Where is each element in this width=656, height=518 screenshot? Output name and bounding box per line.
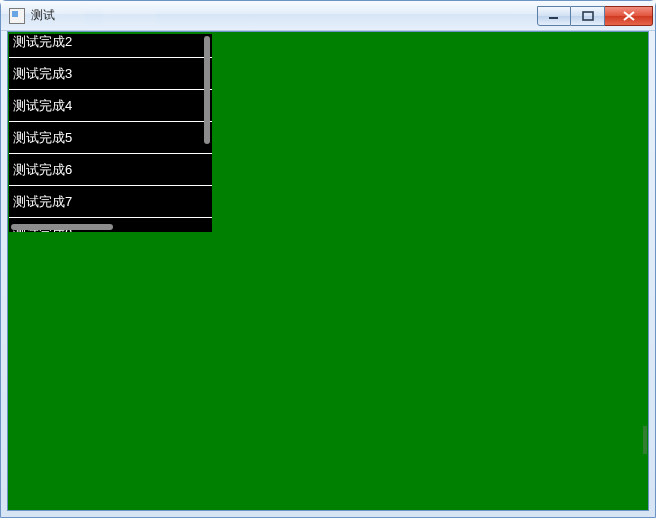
maximize-icon — [582, 11, 594, 21]
titlebar[interactable]: 测试 — [1, 1, 655, 31]
list-item[interactable]: 测试完成2 — [9, 34, 212, 58]
app-window: 测试 — [0, 0, 656, 518]
svg-rect-0 — [549, 17, 558, 19]
svg-rect-1 — [583, 12, 593, 20]
content-area: 测试完成2测试完成3测试完成4测试完成5测试完成6测试完成7测试完成8 — [7, 31, 649, 511]
close-button[interactable] — [605, 6, 653, 26]
minimize-button[interactable] — [537, 6, 571, 26]
maximize-button[interactable] — [571, 6, 605, 26]
minimize-icon — [548, 11, 560, 21]
window-title: 测试 — [31, 7, 55, 24]
list-item[interactable]: 测试完成4 — [9, 90, 212, 122]
app-icon — [9, 8, 25, 24]
resize-grip[interactable] — [643, 426, 647, 454]
background-blur — [55, 7, 523, 25]
list-item[interactable]: 测试完成7 — [9, 186, 212, 218]
list-item[interactable]: 测试完成5 — [9, 122, 212, 154]
listbox[interactable]: 测试完成2测试完成3测试完成4测试完成5测试完成6测试完成7测试完成8 — [9, 34, 212, 232]
close-icon — [622, 11, 636, 21]
vertical-scrollbar-thumb[interactable] — [204, 36, 210, 144]
window-controls — [537, 6, 653, 26]
horizontal-scrollbar-thumb[interactable] — [11, 224, 113, 230]
list-item[interactable]: 测试完成6 — [9, 154, 212, 186]
list-item[interactable]: 测试完成3 — [9, 58, 212, 90]
